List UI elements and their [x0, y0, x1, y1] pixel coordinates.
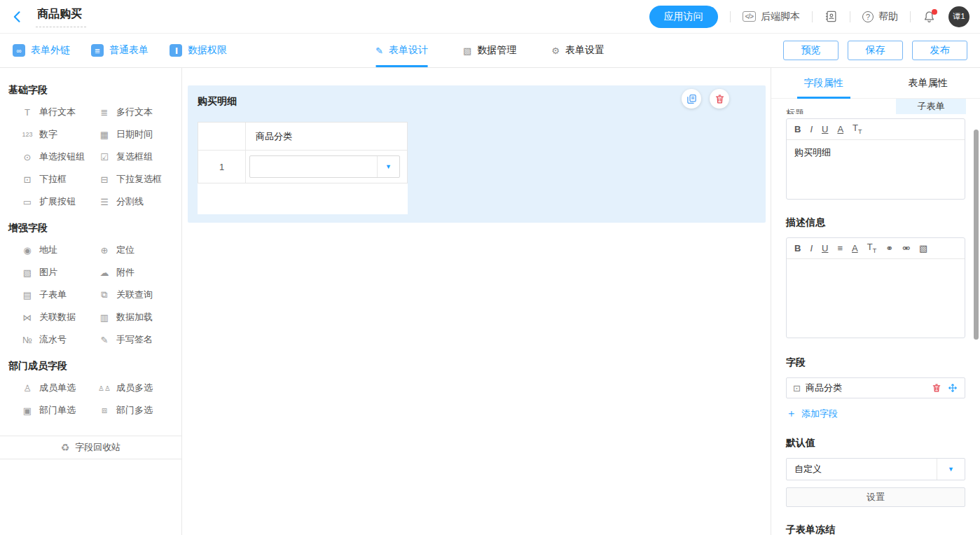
- app-access-button[interactable]: 应用访问: [649, 6, 718, 28]
- document-icon: ≣: [91, 44, 104, 57]
- tab-form-properties[interactable]: 表单属性: [876, 68, 980, 98]
- page-title[interactable]: 商品购买: [36, 6, 86, 27]
- plus-icon: ＋: [786, 407, 796, 420]
- category-select-value: [250, 156, 377, 177]
- underline-icon[interactable]: U: [822, 125, 828, 134]
- dropdown-icon: ⊡: [21, 174, 34, 185]
- sidebar-item-label: 数据加载: [116, 311, 153, 324]
- back-icon[interactable]: [11, 10, 25, 24]
- link-icon[interactable]: ⚭: [885, 244, 893, 253]
- preview-button[interactable]: 预览: [783, 41, 838, 60]
- field-recycle-bin[interactable]: ♻ 字段回收站: [0, 436, 181, 459]
- form-design-canvas[interactable]: 购买明细 商品分类 1: [182, 68, 771, 535]
- font-color-icon[interactable]: A: [837, 125, 843, 134]
- sidebar-item-address[interactable]: ◉地址: [21, 239, 98, 261]
- section-title: 部门成员字段: [8, 360, 181, 373]
- font-color-icon[interactable]: A: [852, 244, 858, 253]
- italic-icon[interactable]: I: [810, 125, 813, 134]
- sidebar-item-number[interactable]: 123数字: [21, 123, 98, 146]
- settings-button[interactable]: 设置: [786, 487, 965, 507]
- subform-table-row: 1 ▼: [198, 151, 407, 183]
- subform-freeze-label: 子表单冻结: [786, 524, 965, 535]
- sidebar-item-extend-button[interactable]: ▭扩展按钮: [21, 190, 98, 213]
- backend-script-button[interactable]: </> 后端脚本: [743, 11, 800, 23]
- notification-bell-icon[interactable]: [923, 10, 937, 24]
- sidebar-item-data-load[interactable]: ▥数据加载: [98, 306, 175, 328]
- sidebar-item-label: 部门单选: [39, 404, 76, 417]
- bold-icon[interactable]: B: [794, 244, 801, 253]
- avatar[interactable]: 谭1: [948, 6, 969, 27]
- related-query-icon: ⧉: [98, 289, 111, 300]
- align-icon[interactable]: ≡: [837, 244, 843, 253]
- tab-label: 数据管理: [477, 44, 516, 57]
- underline-icon[interactable]: U: [822, 244, 828, 253]
- section-title: 基础字段: [8, 84, 181, 97]
- subform-add-row-strip[interactable]: [198, 183, 408, 214]
- sidebar-item-member-multi[interactable]: ♙♙成员多选: [98, 377, 175, 399]
- sidebar-item-dropdown-multi[interactable]: ⊟下拉复选框: [98, 168, 175, 190]
- sidebar-item-handwritten-signature[interactable]: ✎手写签名: [98, 328, 175, 351]
- recycle-label: 字段回收站: [75, 441, 120, 454]
- normal-form-button[interactable]: ≣普通表单: [91, 44, 149, 57]
- font-size-icon[interactable]: TT: [853, 123, 862, 135]
- serial-number-icon: №: [21, 335, 34, 345]
- delete-field-icon[interactable]: [931, 382, 942, 394]
- publish-button[interactable]: 发布: [912, 41, 967, 60]
- help-button[interactable]: ? 帮助: [862, 11, 898, 23]
- sidebar-item-image[interactable]: ▧图片: [21, 261, 98, 284]
- form-external-link-button[interactable]: ∞表单外链: [13, 44, 70, 57]
- delete-widget-icon[interactable]: [710, 89, 729, 109]
- sidebar-item-serial-number[interactable]: №流水号: [21, 328, 98, 351]
- unlink-icon[interactable]: ⚮: [902, 244, 910, 253]
- save-button[interactable]: 保存: [848, 41, 903, 60]
- sidebar-item-checkbox-group[interactable]: ☑复选框组: [98, 146, 175, 168]
- tab-form-design[interactable]: ✎表单设计: [375, 34, 428, 67]
- single-line-text-icon: T: [21, 107, 34, 118]
- subform-widget-selected[interactable]: 购买明细 商品分类 1: [188, 85, 766, 223]
- description-label: 描述信息: [786, 216, 965, 229]
- column-header: 商品分类: [246, 123, 407, 150]
- default-value-select[interactable]: 自定义 ▼: [786, 458, 965, 480]
- italic-icon[interactable]: I: [810, 244, 813, 253]
- contacts-icon[interactable]: [824, 10, 838, 23]
- sidebar-item-related-query[interactable]: ⧉关联查询: [98, 284, 175, 306]
- tab-label: 表单设计: [389, 44, 428, 57]
- description-editor-content[interactable]: [787, 259, 965, 338]
- add-field-button[interactable]: ＋ 添加字段: [786, 407, 965, 420]
- sidebar-item-divider[interactable]: ☰分割线: [98, 190, 175, 213]
- sidebar-item-datetime[interactable]: ▦日期时间: [98, 123, 175, 146]
- recycle-icon: ♻: [61, 442, 70, 453]
- sidebar-item-department-multi[interactable]: ⧈部门多选: [98, 399, 175, 422]
- sidebar-item-related-data[interactable]: ⋈关联数据: [21, 306, 98, 328]
- tab-data-management[interactable]: ▧数据管理: [463, 34, 516, 67]
- bold-icon[interactable]: B: [794, 125, 801, 134]
- field-item-row[interactable]: ⊡ 商品分类: [786, 377, 965, 398]
- category-select[interactable]: ▼: [249, 155, 400, 178]
- sidebar-item-single-line-text[interactable]: T单行文本: [21, 101, 98, 123]
- field-grid: ◉地址⊕定位▧图片☁附件▤子表单⧉关联查询⋈关联数据▥数据加载№流水号✎手写签名: [0, 239, 181, 351]
- form-edit-icon: ✎: [375, 46, 383, 56]
- copy-widget-icon[interactable]: [682, 89, 701, 109]
- sidebar-item-label: 扩展按钮: [39, 195, 76, 208]
- tab-label: 表单设置: [565, 44, 605, 57]
- sidebar-item-multi-line-text[interactable]: ≣多行文本: [98, 101, 175, 123]
- sidebar-item-label: 关联数据: [39, 311, 76, 324]
- move-field-icon[interactable]: [947, 382, 958, 394]
- tab-form-settings[interactable]: ⚙表单设置: [551, 34, 605, 67]
- sidebar-item-attachment[interactable]: ☁附件: [98, 261, 175, 284]
- radio-group-icon: ⊙: [21, 152, 34, 162]
- help-label: 帮助: [878, 11, 898, 23]
- font-size-icon[interactable]: TT: [867, 242, 876, 254]
- sidebar-item-location[interactable]: ⊕定位: [98, 239, 175, 261]
- sidebar-item-member-single[interactable]: ♙成员单选: [21, 377, 98, 399]
- sidebar-item-radio-group[interactable]: ⊙单选按钮组: [21, 146, 98, 168]
- panel-scrollbar[interactable]: [974, 130, 979, 340]
- sidebar-item-subform[interactable]: ▤子表单: [21, 284, 98, 306]
- tab-field-properties[interactable]: 字段属性: [771, 68, 876, 98]
- image-icon[interactable]: ▧: [919, 244, 927, 253]
- sidebar-item-department-single[interactable]: ▣部门单选: [21, 399, 98, 422]
- data-permission-button[interactable]: |||数据权限: [170, 44, 227, 57]
- title-editor-content[interactable]: 购买明细: [787, 140, 965, 199]
- sidebar-item-dropdown[interactable]: ⊡下拉框: [21, 168, 98, 190]
- number-icon: 123: [21, 131, 34, 138]
